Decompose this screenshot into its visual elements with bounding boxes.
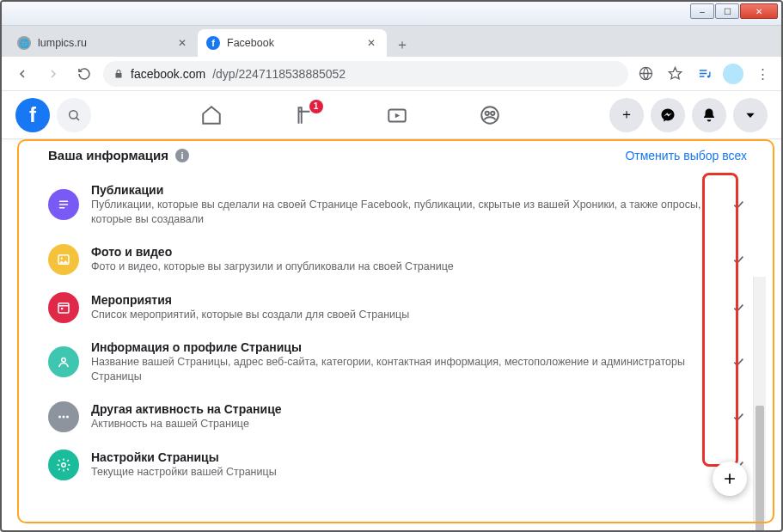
info-category-row[interactable]: Информация о профиле СтраницыНазвание ва… (48, 332, 747, 393)
page-scrollbar[interactable] (753, 277, 766, 523)
item-description: Фото и видео, которые вы загрузили и опу… (91, 260, 718, 274)
new-tab-button[interactable]: ＋ (390, 33, 414, 57)
svg-marker-6 (395, 113, 399, 117)
nav-back-button[interactable] (10, 62, 34, 86)
browser-menu-icon[interactable]: ⋮ (752, 64, 773, 84)
svg-rect-18 (61, 308, 63, 309)
url-origin: facebook.com (131, 67, 205, 81)
item-title: Информация о профиле Страницы (91, 340, 718, 354)
info-icon[interactable]: i (175, 149, 189, 162)
photos-icon (48, 244, 79, 275)
browser-toolbar: facebook.com/dyp/2247118538885052 ⋮ (2, 57, 781, 91)
page-info-icon (48, 346, 79, 377)
fb-new-message-fab[interactable] (713, 462, 747, 496)
window-titlebar: – ☐ ✕ (2, 2, 781, 26)
svg-marker-1 (669, 67, 681, 78)
svg-point-22 (66, 415, 69, 418)
svg-rect-16 (58, 303, 69, 313)
fb-messenger-button[interactable] (651, 98, 685, 132)
browser-tabstrip: 🌐 lumpics.ru ✕ f Facebook ✕ ＋ (2, 26, 781, 57)
item-title: Публикации (91, 183, 718, 197)
lock-icon (113, 69, 124, 79)
fb-account-menu-button[interactable] (733, 98, 768, 132)
notification-badge: 1 (309, 100, 323, 113)
svg-point-3 (70, 110, 77, 118)
svg-marker-10 (746, 113, 754, 117)
svg-point-7 (481, 107, 499, 124)
svg-point-23 (62, 462, 66, 467)
window-minimize-button[interactable]: – (690, 3, 714, 19)
fb-nav-pages-icon[interactable]: 1 (287, 98, 321, 132)
svg-point-8 (485, 111, 488, 114)
fb-search-button[interactable] (57, 98, 91, 132)
svg-point-21 (63, 415, 65, 418)
page-settings-icon (48, 449, 79, 480)
item-title: Другая активность на Странице (91, 402, 718, 416)
info-category-row[interactable]: Другая активность на СтраницеАктивность … (48, 393, 747, 441)
url-field[interactable]: facebook.com/dyp/2247118538885052 (103, 61, 628, 87)
other-activity-icon (48, 401, 79, 432)
item-body: Настройки СтраницыТекущие настройки ваше… (91, 450, 718, 480)
item-checkbox[interactable] (730, 353, 747, 370)
posts-icon (48, 189, 79, 220)
events-icon (48, 292, 79, 323)
svg-rect-11 (59, 201, 69, 203)
item-title: Фото и видео (91, 245, 718, 259)
nav-reload-button[interactable] (72, 62, 96, 86)
item-description: Текущие настройки вашей Страницы (91, 465, 718, 480)
browser-profile-avatar[interactable] (723, 64, 743, 84)
item-checkbox[interactable] (730, 408, 747, 425)
translate-icon[interactable] (635, 64, 656, 84)
window-maximize-button[interactable]: ☐ (715, 3, 739, 19)
item-body: Фото и видеоФото и видео, которые вы заг… (91, 245, 718, 274)
music-icon[interactable] (694, 64, 714, 84)
section-heading: Ваша информация (48, 148, 168, 162)
globe-icon: 🌐 (17, 36, 31, 50)
item-body: Другая активность на СтраницеАктивность … (91, 402, 718, 431)
svg-rect-12 (59, 205, 69, 206)
item-description: Список мероприятий, которые вы создали д… (91, 308, 718, 322)
item-description: Публикации, которые вы сделали на своей … (91, 198, 718, 227)
info-category-row[interactable]: ПубликацииПубликации, которые вы сделали… (48, 174, 747, 235)
window-close-button[interactable]: ✕ (740, 3, 778, 19)
info-category-row[interactable]: МероприятияСписок мероприятий, которые в… (48, 284, 747, 332)
item-checkbox[interactable] (730, 196, 747, 213)
scrollbar-thumb[interactable] (755, 406, 764, 532)
item-description: Активность на вашей Странице (91, 417, 718, 431)
item-description: Название вашей Страницы, адрес веб-сайта… (91, 355, 718, 384)
facebook-icon: f (206, 36, 220, 50)
item-body: Информация о профиле СтраницыНазвание ва… (91, 340, 718, 384)
info-category-row[interactable]: Настройки СтраницыТекущие настройки ваше… (48, 441, 747, 489)
svg-point-19 (62, 358, 66, 363)
item-title: Мероприятия (91, 293, 718, 307)
your-information-section: Ваша информация i Отменить выбор всех Пу… (2, 139, 781, 530)
star-icon[interactable] (664, 64, 685, 84)
fb-nav-watch-icon[interactable] (380, 98, 414, 132)
deselect-all-link[interactable]: Отменить выбор всех (625, 149, 747, 162)
browser-tab[interactable]: 🌐 lumpics.ru ✕ (9, 29, 198, 57)
fb-notifications-button[interactable] (692, 98, 726, 132)
url-path: /dyp/2247118538885052 (212, 67, 346, 81)
fb-nav-groups-icon[interactable] (473, 98, 507, 132)
fb-header: f 1 ＋ (2, 91, 781, 139)
svg-point-20 (58, 415, 61, 418)
info-category-row[interactable]: Фото и видеоФото и видео, которые вы заг… (48, 235, 747, 284)
fb-nav-home-icon[interactable] (194, 98, 229, 132)
fb-logo-icon[interactable]: f (15, 98, 50, 132)
tab-close-icon[interactable]: ✕ (364, 36, 378, 50)
tab-title: Facebook (227, 37, 358, 49)
item-title: Настройки Страницы (91, 450, 718, 464)
svg-rect-13 (59, 207, 65, 209)
item-checkbox[interactable] (730, 251, 747, 268)
tab-close-icon[interactable]: ✕ (175, 36, 189, 50)
tab-title: lumpics.ru (38, 37, 168, 49)
svg-point-9 (491, 111, 494, 114)
browser-tab-active[interactable]: f Facebook ✕ (198, 29, 387, 57)
svg-point-15 (61, 257, 63, 259)
item-body: ПубликацииПубликации, которые вы сделали… (91, 183, 718, 227)
fb-create-button[interactable]: ＋ (609, 98, 644, 132)
item-checkbox[interactable] (730, 299, 747, 316)
item-body: МероприятияСписок мероприятий, которые в… (91, 293, 718, 322)
nav-forward-button[interactable] (41, 62, 65, 86)
svg-line-4 (76, 117, 79, 119)
